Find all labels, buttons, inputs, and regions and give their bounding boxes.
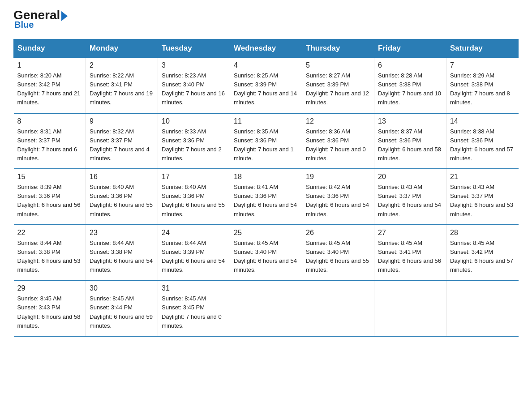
page-header: General Blue: [13, 9, 519, 30]
day-number: 29: [17, 284, 82, 292]
logo-arrow-icon: [61, 11, 68, 21]
column-header-thursday: Thursday: [302, 39, 374, 58]
day-cell: 24Sunrise: 8:44 AMSunset: 3:39 PMDayligh…: [158, 225, 230, 281]
day-number: 12: [306, 117, 370, 125]
day-number: 20: [378, 173, 442, 181]
day-cell: 31Sunrise: 8:45 AMSunset: 3:45 PMDayligh…: [158, 280, 230, 336]
day-info: Sunrise: 8:36 AMSunset: 3:36 PMDaylight:…: [306, 128, 366, 162]
day-cell: 14Sunrise: 8:38 AMSunset: 3:36 PMDayligh…: [446, 113, 519, 169]
day-cell: 23Sunrise: 8:44 AMSunset: 3:38 PMDayligh…: [86, 225, 158, 281]
day-cell: 30Sunrise: 8:45 AMSunset: 3:44 PMDayligh…: [86, 280, 158, 336]
day-info: Sunrise: 8:31 AMSunset: 3:37 PMDaylight:…: [17, 128, 77, 162]
day-info: Sunrise: 8:38 AMSunset: 3:36 PMDaylight:…: [450, 128, 513, 162]
day-cell: 25Sunrise: 8:45 AMSunset: 3:40 PMDayligh…: [230, 225, 302, 281]
day-info: Sunrise: 8:32 AMSunset: 3:37 PMDaylight:…: [90, 128, 150, 162]
day-number: 13: [378, 117, 442, 125]
day-number: 31: [162, 284, 226, 292]
calendar-body: 1Sunrise: 8:20 AMSunset: 3:42 PMDaylight…: [14, 58, 519, 336]
day-cell: 11Sunrise: 8:35 AMSunset: 3:36 PMDayligh…: [230, 113, 302, 169]
day-cell: 18Sunrise: 8:41 AMSunset: 3:36 PMDayligh…: [230, 169, 302, 225]
header-row: SundayMondayTuesdayWednesdayThursdayFrid…: [14, 39, 519, 58]
day-info: Sunrise: 8:27 AMSunset: 3:39 PMDaylight:…: [306, 72, 369, 106]
logo: General Blue: [13, 9, 68, 30]
day-cell: 10Sunrise: 8:33 AMSunset: 3:36 PMDayligh…: [158, 113, 230, 169]
day-number: 4: [234, 61, 298, 69]
day-info: Sunrise: 8:43 AMSunset: 3:37 PMDaylight:…: [450, 184, 513, 217]
day-info: Sunrise: 8:44 AMSunset: 3:39 PMDaylight:…: [162, 240, 225, 273]
day-info: Sunrise: 8:22 AMSunset: 3:41 PMDaylight:…: [90, 72, 153, 106]
day-info: Sunrise: 8:40 AMSunset: 3:36 PMDaylight:…: [90, 184, 153, 217]
day-cell: 4Sunrise: 8:25 AMSunset: 3:39 PMDaylight…: [230, 58, 302, 113]
day-info: Sunrise: 8:41 AMSunset: 3:36 PMDaylight:…: [234, 184, 297, 217]
day-info: Sunrise: 8:45 AMSunset: 3:40 PMDaylight:…: [234, 240, 297, 273]
day-number: 28: [450, 229, 515, 237]
day-number: 6: [378, 61, 442, 69]
column-header-sunday: Sunday: [14, 39, 86, 58]
day-number: 30: [90, 284, 154, 292]
day-number: 3: [162, 61, 226, 69]
day-number: 9: [90, 117, 154, 125]
day-cell: [302, 280, 374, 336]
column-header-friday: Friday: [374, 39, 446, 58]
day-cell: [230, 280, 302, 336]
day-info: Sunrise: 8:25 AMSunset: 3:39 PMDaylight:…: [234, 72, 297, 106]
logo-blue-text: Blue: [13, 20, 34, 30]
day-info: Sunrise: 8:44 AMSunset: 3:38 PMDaylight:…: [17, 240, 81, 273]
day-cell: 20Sunrise: 8:43 AMSunset: 3:37 PMDayligh…: [374, 169, 446, 225]
day-number: 8: [17, 117, 82, 125]
column-header-monday: Monday: [86, 39, 158, 58]
day-number: 11: [234, 117, 298, 125]
day-info: Sunrise: 8:44 AMSunset: 3:38 PMDaylight:…: [90, 240, 153, 273]
day-number: 2: [90, 61, 154, 69]
day-cell: 1Sunrise: 8:20 AMSunset: 3:42 PMDaylight…: [14, 58, 86, 113]
day-info: Sunrise: 8:20 AMSunset: 3:42 PMDaylight:…: [17, 72, 81, 106]
day-cell: 21Sunrise: 8:43 AMSunset: 3:37 PMDayligh…: [446, 169, 519, 225]
day-number: 14: [450, 117, 515, 125]
day-cell: 27Sunrise: 8:45 AMSunset: 3:41 PMDayligh…: [374, 225, 446, 281]
day-info: Sunrise: 8:45 AMSunset: 3:41 PMDaylight:…: [378, 240, 441, 273]
day-cell: 8Sunrise: 8:31 AMSunset: 3:37 PMDaylight…: [14, 113, 86, 169]
day-cell: [374, 280, 446, 336]
day-number: 7: [450, 61, 515, 69]
day-number: 1: [17, 61, 82, 69]
day-number: 24: [162, 229, 226, 237]
day-number: 15: [17, 173, 82, 181]
day-cell: 28Sunrise: 8:45 AMSunset: 3:42 PMDayligh…: [446, 225, 519, 281]
calendar-table: SundayMondayTuesdayWednesdayThursdayFrid…: [13, 39, 519, 337]
day-number: 22: [17, 229, 82, 237]
week-row-2: 8Sunrise: 8:31 AMSunset: 3:37 PMDaylight…: [14, 113, 519, 169]
day-number: 21: [450, 173, 515, 181]
day-number: 16: [90, 173, 154, 181]
day-info: Sunrise: 8:45 AMSunset: 3:43 PMDaylight:…: [17, 295, 81, 329]
day-cell: 22Sunrise: 8:44 AMSunset: 3:38 PMDayligh…: [14, 225, 86, 281]
day-cell: 6Sunrise: 8:28 AMSunset: 3:38 PMDaylight…: [374, 58, 446, 113]
day-info: Sunrise: 8:37 AMSunset: 3:36 PMDaylight:…: [378, 128, 441, 162]
day-number: 18: [234, 173, 298, 181]
day-info: Sunrise: 8:45 AMSunset: 3:42 PMDaylight:…: [450, 240, 513, 273]
column-header-saturday: Saturday: [446, 39, 519, 58]
day-number: 23: [90, 229, 154, 237]
day-cell: 3Sunrise: 8:23 AMSunset: 3:40 PMDaylight…: [158, 58, 230, 113]
day-number: 5: [306, 61, 370, 69]
day-cell: 19Sunrise: 8:42 AMSunset: 3:36 PMDayligh…: [302, 169, 374, 225]
day-cell: 29Sunrise: 8:45 AMSunset: 3:43 PMDayligh…: [14, 280, 86, 336]
day-info: Sunrise: 8:45 AMSunset: 3:45 PMDaylight:…: [162, 295, 222, 329]
column-header-tuesday: Tuesday: [158, 39, 230, 58]
day-cell: 2Sunrise: 8:22 AMSunset: 3:41 PMDaylight…: [86, 58, 158, 113]
day-cell: [446, 280, 519, 336]
day-info: Sunrise: 8:28 AMSunset: 3:38 PMDaylight:…: [378, 72, 441, 106]
day-info: Sunrise: 8:35 AMSunset: 3:36 PMDaylight:…: [234, 128, 294, 162]
day-cell: 15Sunrise: 8:39 AMSunset: 3:36 PMDayligh…: [14, 169, 86, 225]
day-number: 10: [162, 117, 226, 125]
calendar-header: SundayMondayTuesdayWednesdayThursdayFrid…: [14, 39, 519, 58]
day-number: 25: [234, 229, 298, 237]
day-info: Sunrise: 8:23 AMSunset: 3:40 PMDaylight:…: [162, 72, 225, 106]
day-number: 27: [378, 229, 442, 237]
day-cell: 26Sunrise: 8:45 AMSunset: 3:40 PMDayligh…: [302, 225, 374, 281]
column-header-wednesday: Wednesday: [230, 39, 302, 58]
day-cell: 16Sunrise: 8:40 AMSunset: 3:36 PMDayligh…: [86, 169, 158, 225]
day-cell: 7Sunrise: 8:29 AMSunset: 3:38 PMDaylight…: [446, 58, 519, 113]
week-row-1: 1Sunrise: 8:20 AMSunset: 3:42 PMDaylight…: [14, 58, 519, 113]
day-number: 26: [306, 229, 370, 237]
week-row-4: 22Sunrise: 8:44 AMSunset: 3:38 PMDayligh…: [14, 225, 519, 281]
